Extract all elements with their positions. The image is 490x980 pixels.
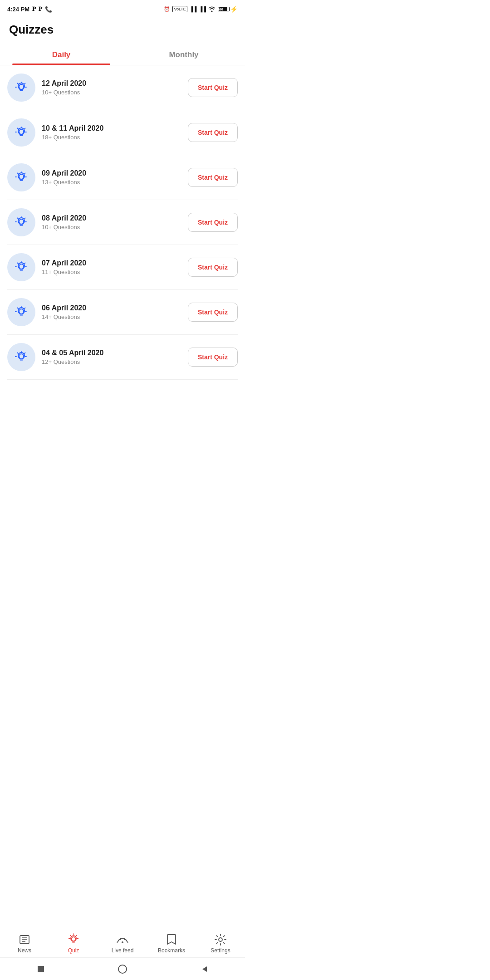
quiz-info: 12 April 2020 10+ Questions	[42, 79, 181, 96]
lightbulb-icon	[15, 305, 28, 319]
quiz-info: 10 & 11 April 2020 18+ Questions	[42, 124, 181, 141]
quiz-info: 04 & 05 April 2020 12+ Questions	[42, 349, 181, 365]
signal2-icon: ▐▐	[199, 6, 206, 12]
quiz-info: 09 April 2020 13+ Questions	[42, 169, 181, 186]
start-quiz-button[interactable]: Start Quiz	[188, 258, 238, 277]
start-quiz-button[interactable]: Start Quiz	[188, 348, 238, 367]
quiz-icon-wrap	[7, 208, 35, 236]
time: 4:24 PM	[7, 6, 29, 13]
quiz-icon-wrap	[7, 298, 35, 326]
quiz-questions: 12+ Questions	[42, 358, 181, 365]
quiz-item: 10 & 11 April 2020 18+ Questions Start Q…	[7, 110, 238, 155]
quiz-icon-wrap	[7, 253, 35, 281]
quiz-item: 07 April 2020 11+ Questions Start Quiz	[7, 245, 238, 290]
quiz-questions: 10+ Questions	[42, 89, 181, 96]
quiz-item: 04 & 05 April 2020 12+ Questions Start Q…	[7, 335, 238, 380]
quiz-questions: 10+ Questions	[42, 224, 181, 230]
quiz-date: 09 April 2020	[42, 169, 181, 177]
p-icon1: 𝐏	[32, 5, 36, 13]
quiz-icon-wrap	[7, 118, 35, 147]
quiz-date: 10 & 11 April 2020	[42, 124, 181, 132]
page-title: Quizzes	[9, 23, 236, 37]
wifi-icon	[208, 5, 216, 13]
lightbulb-icon	[15, 126, 28, 139]
quiz-info: 06 April 2020 14+ Questions	[42, 304, 181, 320]
lightbulb-icon	[15, 171, 28, 184]
lightbulb-icon	[15, 216, 28, 229]
quiz-date: 08 April 2020	[42, 214, 181, 222]
quiz-questions: 14+ Questions	[42, 314, 181, 320]
phone-icon: 📞	[45, 6, 52, 13]
status-bar: 4:24 PM 𝐏 𝐏 📞 ⏰ VoLTE ▐▐ ▐▐ 66 ⚡	[0, 0, 245, 16]
quiz-item: 12 April 2020 10+ Questions Start Quiz	[7, 65, 238, 110]
start-quiz-button[interactable]: Start Quiz	[188, 213, 238, 232]
quiz-questions: 11+ Questions	[42, 269, 181, 275]
start-quiz-button[interactable]: Start Quiz	[188, 303, 238, 322]
quiz-icon-wrap	[7, 343, 35, 371]
alarm-icon: ⏰	[164, 6, 170, 12]
quiz-date: 12 April 2020	[42, 79, 181, 88]
quiz-questions: 18+ Questions	[42, 134, 181, 141]
start-quiz-button[interactable]: Start Quiz	[188, 168, 238, 187]
lightbulb-icon	[15, 350, 28, 364]
quiz-icon-wrap	[7, 74, 35, 102]
quiz-date: 07 April 2020	[42, 259, 181, 267]
quiz-icon-wrap	[7, 163, 35, 191]
tab-monthly[interactable]: Monthly	[122, 43, 245, 65]
quiz-date: 06 April 2020	[42, 304, 181, 312]
lightbulb-icon	[15, 260, 28, 274]
quiz-info: 08 April 2020 10+ Questions	[42, 214, 181, 230]
start-quiz-button[interactable]: Start Quiz	[188, 123, 238, 142]
signal1-icon: ▐▐	[190, 6, 197, 12]
tab-daily[interactable]: Daily	[0, 43, 122, 65]
quiz-questions: 13+ Questions	[42, 179, 181, 186]
page-header: Quizzes	[0, 16, 245, 41]
status-right: ⏰ VoLTE ▐▐ ▐▐ 66 ⚡	[164, 5, 238, 13]
start-quiz-button[interactable]: Start Quiz	[188, 78, 238, 97]
quiz-item: 08 April 2020 10+ Questions Start Quiz	[7, 200, 238, 245]
quiz-date: 04 & 05 April 2020	[42, 349, 181, 357]
status-left: 4:24 PM 𝐏 𝐏 📞	[7, 5, 52, 13]
quiz-list: 12 April 2020 10+ Questions Start Quiz 1…	[0, 65, 245, 380]
volte-icon: VoLTE	[172, 6, 187, 12]
quiz-item: 09 April 2020 13+ Questions Start Quiz	[7, 155, 238, 200]
p-icon2: 𝐏	[39, 5, 42, 13]
battery-icon: 66 ⚡	[218, 5, 238, 13]
quiz-info: 07 April 2020 11+ Questions	[42, 259, 181, 275]
quiz-item: 06 April 2020 14+ Questions Start Quiz	[7, 290, 238, 335]
lightbulb-icon	[15, 81, 28, 94]
tabs-container: Daily Monthly	[0, 43, 245, 65]
